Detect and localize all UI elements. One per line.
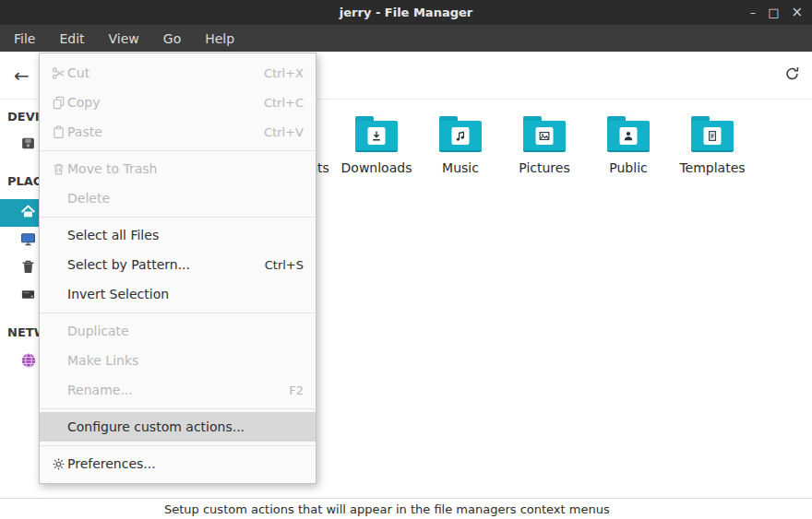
menu-separator bbox=[41, 408, 315, 409]
menu-item-configure-custom-actions[interactable]: Configure custom actions... bbox=[40, 412, 316, 442]
menu-item-duplicate: Duplicate bbox=[40, 316, 316, 346]
file-label: Music bbox=[419, 160, 502, 175]
menu-item-move-to-trash: Move to Trash bbox=[40, 154, 316, 183]
edit-menu-dropdown: Cut Ctrl+X Copy Ctrl+C Paste Ctrl+V Move… bbox=[39, 53, 316, 484]
person-icon bbox=[620, 127, 638, 145]
scissors-icon bbox=[49, 66, 67, 80]
network-globe-icon bbox=[20, 352, 37, 372]
trash-icon bbox=[49, 162, 67, 176]
clipboard-icon bbox=[49, 125, 67, 139]
window-controls: – □ × bbox=[750, 0, 803, 25]
file-music[interactable]: Music bbox=[419, 116, 502, 175]
file-templates[interactable]: Templates bbox=[671, 116, 754, 175]
folder-icon bbox=[607, 116, 650, 152]
menu-item-shortcut: Ctrl+V bbox=[264, 125, 304, 139]
minimize-icon[interactable]: – bbox=[750, 6, 757, 18]
gear-icon bbox=[49, 457, 67, 471]
folder-icon bbox=[439, 116, 482, 152]
file-grid: Documents Downloads Music Pictures bbox=[251, 116, 754, 175]
menu-item-label: Move to Trash bbox=[67, 161, 158, 176]
home-icon bbox=[20, 204, 36, 223]
menu-item-copy: Copy Ctrl+C bbox=[40, 88, 316, 117]
menu-item-label: Select all Files bbox=[67, 228, 159, 242]
close-icon[interactable]: × bbox=[791, 6, 803, 19]
menu-item-label: Invert Selection bbox=[67, 287, 169, 301]
menu-item-label: Paste bbox=[67, 124, 102, 139]
template-sheet-icon bbox=[704, 127, 722, 145]
statusbar: Setup custom actions that will appear in… bbox=[0, 498, 812, 519]
file-label: Public bbox=[587, 160, 670, 175]
menu-item-select-all-files[interactable]: Select all Files bbox=[40, 220, 316, 250]
menu-item-preferences[interactable]: Preferences... bbox=[40, 449, 316, 478]
file-label: Pictures bbox=[503, 160, 586, 175]
file-label: Templates bbox=[671, 160, 754, 175]
copy-icon bbox=[49, 96, 67, 110]
file-pictures[interactable]: Pictures bbox=[503, 116, 586, 175]
menubar: File Edit View Go Help bbox=[0, 25, 812, 52]
photo-icon bbox=[536, 127, 554, 145]
file-public[interactable]: Public bbox=[587, 116, 670, 175]
menu-item-delete: Delete bbox=[40, 183, 316, 213]
download-arrow-icon bbox=[368, 127, 386, 145]
menu-item-shortcut: Ctrl+C bbox=[264, 96, 304, 110]
menu-item-label: Make Links bbox=[67, 353, 138, 368]
maximize-icon[interactable]: □ bbox=[768, 6, 779, 18]
back-icon[interactable]: ← bbox=[14, 66, 30, 85]
menu-item-shortcut: Ctrl+S bbox=[265, 258, 304, 272]
menu-item-label: Copy bbox=[67, 95, 101, 110]
menu-item-invert-selection[interactable]: Invert Selection bbox=[40, 279, 316, 309]
menu-item-make-links: Make Links bbox=[40, 346, 316, 375]
folder-icon bbox=[691, 116, 734, 152]
menu-separator bbox=[41, 217, 315, 218]
window-title: jerry - File Manager bbox=[340, 6, 472, 19]
menu-item-label: Cut bbox=[67, 65, 90, 80]
menu-item-shortcut: Ctrl+X bbox=[264, 66, 304, 80]
menu-separator bbox=[41, 150, 315, 151]
menu-item-shortcut: F2 bbox=[289, 383, 304, 397]
menu-separator bbox=[41, 313, 315, 313]
menu-item-paste: Paste Ctrl+V bbox=[40, 117, 316, 147]
titlebar: jerry - File Manager – □ × bbox=[0, 0, 812, 25]
folder-icon bbox=[355, 116, 398, 152]
file-manager-window: jerry - File Manager – □ × File Edit Vie… bbox=[0, 0, 812, 519]
menu-item-label: Duplicate bbox=[67, 324, 129, 338]
menu-help[interactable]: Help bbox=[193, 28, 246, 50]
trash-icon bbox=[20, 259, 36, 278]
menu-item-cut: Cut Ctrl+X bbox=[40, 58, 316, 88]
menu-go[interactable]: Go bbox=[151, 28, 193, 50]
menu-item-rename: Rename... F2 bbox=[40, 375, 316, 405]
menu-file[interactable]: File bbox=[2, 28, 47, 50]
menu-item-label: Configure custom actions... bbox=[67, 419, 245, 434]
refresh-icon[interactable] bbox=[784, 65, 800, 85]
folder-icon bbox=[523, 116, 566, 152]
file-label: Downloads bbox=[335, 160, 418, 175]
filesystem-icon bbox=[20, 287, 36, 306]
menu-item-label: Delete bbox=[67, 191, 110, 206]
drive-icon bbox=[20, 136, 36, 155]
menu-item-label: Select by Pattern... bbox=[67, 257, 190, 272]
music-note-icon bbox=[452, 127, 470, 145]
menu-item-select-by-pattern[interactable]: Select by Pattern... Ctrl+S bbox=[40, 250, 316, 279]
status-text: Setup custom actions that will appear in… bbox=[164, 502, 610, 516]
desktop-icon bbox=[20, 231, 36, 251]
menu-view[interactable]: View bbox=[97, 28, 151, 50]
file-downloads[interactable]: Downloads bbox=[335, 116, 418, 175]
menu-item-label: Preferences... bbox=[67, 456, 156, 471]
menu-item-label: Rename... bbox=[67, 383, 133, 397]
menu-edit[interactable]: Edit bbox=[47, 28, 96, 50]
menu-separator bbox=[41, 445, 315, 446]
